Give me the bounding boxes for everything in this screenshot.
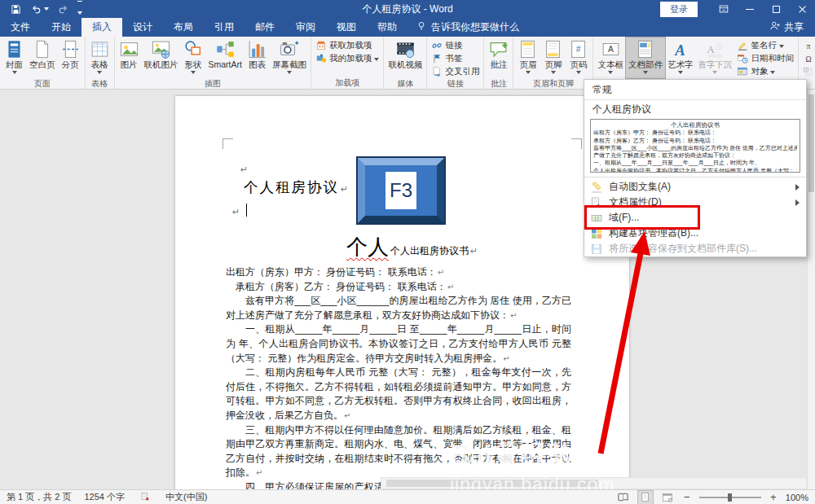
tab-help[interactable]: 帮助 [367,18,408,37]
ribbon-button-chart[interactable]: 图表 [244,37,270,78]
zoom-slider[interactable] [699,497,761,498]
ribbon-button-online-picture[interactable]: 联机图片 [142,37,181,78]
ribbon-button-label: 联机视频 [388,60,422,69]
ribbon-button-wordart[interactable]: A艺术字 [665,37,696,78]
horizontal-scrollbar[interactable] [381,477,807,489]
dropdown-arrow-icon [551,71,556,74]
proofing-status-icon[interactable] [138,491,152,504]
vertical-scrollbar-thumb[interactable] [808,94,814,192]
ribbon-button-picture[interactable]: 图片 [117,37,142,78]
menu-item-label: 域(F)... [609,211,639,225]
menu-item-document-property[interactable]: 文档属性(D) [584,195,806,210]
tab-review[interactable]: 审阅 [285,18,326,37]
tab-file[interactable]: 文件 [0,18,41,37]
maximize-button[interactable] [763,0,789,18]
document-paragraph: 兹有甲方将___区___小区______的房屋出租给乙方作为 居住 使用，乙方已… [226,294,571,322]
ribbon-button-date-time[interactable]: 日期和时间 [734,52,796,65]
customize-qat-icon[interactable] [77,1,82,18]
ribbon-button-page-number[interactable]: #页码 [566,37,591,78]
f3-key-face: F3 [358,158,444,223]
minimize-button[interactable] [737,0,763,18]
sign-in-button[interactable]: 登录 [660,2,698,17]
ribbon-button-cover-page[interactable]: 封面 [2,37,27,78]
ribbon-button-symbol[interactable]: Ω符号 [800,52,815,65]
tab-insert[interactable]: 插入 [82,18,122,37]
menu-item-autotext[interactable]: 自动图文集(A) [584,179,806,195]
redo-icon[interactable] [57,3,69,15]
chart-icon [247,39,267,59]
web-layout-icon[interactable] [660,491,675,504]
page-indicator[interactable]: 第 1 页，共 2 页 [7,491,71,503]
svg-text:{ }: { } [594,216,598,221]
zoom-slider-thumb[interactable] [728,493,732,502]
tab-view[interactable]: 视图 [326,18,367,37]
ribbon-button-label: 图表 [249,60,266,69]
ribbon-button-screenshot[interactable]: 屏幕截图 [270,37,309,78]
window-controls: 登录 [660,0,815,18]
ribbon-display-options-icon[interactable] [711,0,737,18]
tab-home[interactable]: 开始 [41,18,82,37]
menu-item-field[interactable]: { }域(F)... [584,210,806,226]
dropdown-arrow-icon [374,58,379,61]
ribbon-button-footer[interactable]: 页脚 [540,37,566,78]
ribbon-button-text-box[interactable]: A文本框 [595,37,626,78]
ribbon-button-object[interactable]: 对象 [734,65,796,78]
ribbon-group-illustrations: 图片联机图片形状SmartArt图表屏幕截图插图 [115,37,311,89]
tell-me-box[interactable]: 告诉我你想要做什么 [408,18,527,37]
close-button[interactable] [789,0,815,18]
read-mode-icon[interactable] [616,491,631,504]
tab-references[interactable]: 引用 [204,18,244,37]
ribbon-button-label: 交叉引用 [445,66,479,77]
ribbon-button-header[interactable]: 页眉 [515,37,540,78]
ribbon-button-page-break[interactable]: 分页 [58,37,83,78]
ribbon-button-my-add-ins[interactable]: 我的加载项 [313,52,382,65]
gallery-item-title: 个人租房协议 [584,100,806,118]
tab-layout[interactable]: 布局 [163,18,204,37]
share-button[interactable]: 共享 [758,18,815,37]
ribbon-button-label: SmartArt [209,60,242,69]
save-icon[interactable] [10,3,22,15]
ribbon-group-comments-buttons: 批注 [486,37,511,78]
vertical-scrollbar[interactable] [807,90,815,489]
ribbon-button-signature-line[interactable]: 签名行 [734,39,796,52]
ribbon-button-table[interactable]: 表格 [87,37,112,78]
ribbon-button-get-add-ins[interactable]: 获取加载项 [313,39,382,52]
drop-cap-icon: A [705,39,725,59]
ribbon-button-shapes[interactable]: 形状 [181,37,206,78]
ribbon-button-smartart[interactable]: SmartArt [206,37,244,78]
ribbon-button-online-video[interactable]: 联机视频 [385,37,425,78]
ribbon-button-bookmark[interactable]: 书签 [429,52,482,65]
ribbon-button-cross-reference[interactable]: 交叉引用 [429,65,482,78]
ribbon-button-blank-page[interactable]: 空白页 [27,37,58,78]
tab-mailings[interactable]: 邮件 [244,18,285,37]
undo-icon[interactable] [30,3,49,15]
zoom-level[interactable]: 100% [786,493,808,502]
word-count[interactable]: 1254 个字 [84,491,125,503]
shapes-icon [183,39,204,59]
language-indicator[interactable]: 中文(中国) [165,491,207,503]
ribbon-button-link[interactable]: 链接 [429,39,482,52]
dropdown-arrow-icon [770,71,775,74]
menu-item-building-blocks-organizer[interactable]: 构建基块管理器(B)... [584,226,806,241]
document-page[interactable]: ↵ 个人租房协议 ↵ F3 个人 个人出租房协议书 出租方（房东）甲方： 身份证… [175,96,629,489]
ribbon-button-equation[interactable]: π公式 [800,39,815,52]
online-picture-icon [151,39,171,59]
ribbon-button-numbering[interactable]: 1编号 [800,65,815,78]
menu-separator [584,177,806,177]
tab-design[interactable]: 设计 [122,18,163,37]
ribbon-button-label: 屏幕截图 [272,60,306,69]
horizontal-scrollbar-thumb[interactable] [386,480,598,487]
ribbon-button-comment[interactable]: 批注 [486,37,511,78]
ribbon-button-quick-parts[interactable]: 文档部件 [626,37,665,78]
ribbon-group-tables-buttons: 表格 [87,37,112,78]
f3-key-image[interactable]: F3 [356,156,446,225]
tell-me-label: 告诉我你想要做什么 [431,20,519,34]
zoom-out-button[interactable]: − [682,491,692,503]
print-layout-icon[interactable] [638,491,653,504]
undo-dropdown-arrow-icon[interactable] [44,7,49,11]
ribbon-group-pages: 封面空白页分页页面 [0,37,86,89]
wordart-icon: A [670,39,690,59]
zoom-in-button[interactable]: + [769,491,778,503]
gallery-item-rental-agreement[interactable]: 个人租房协议 个人出租房协议书 出租方（房东）甲方： 身份证号码： 联系电话： … [584,100,806,173]
object-icon [737,66,748,77]
